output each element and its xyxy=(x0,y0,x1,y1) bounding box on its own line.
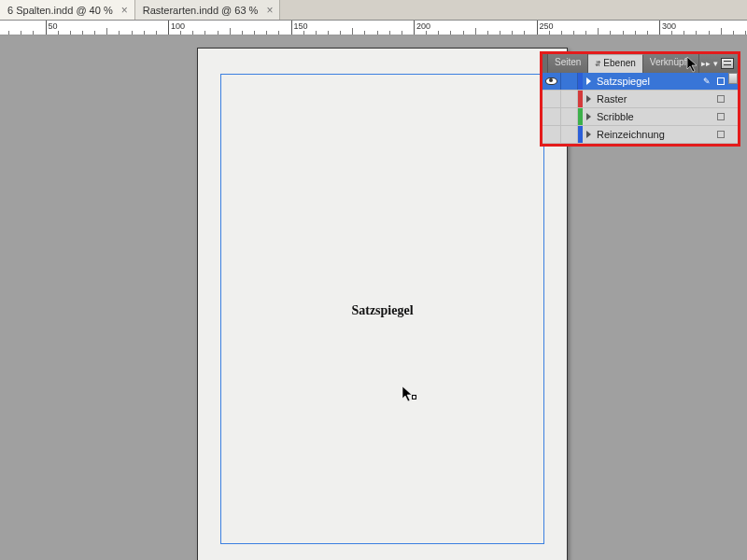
selection-target[interactable] xyxy=(713,95,728,103)
selection-target[interactable] xyxy=(713,77,728,85)
document-tab-label: Rasterarten.indd @ 63 % xyxy=(143,5,259,16)
collapse-icon[interactable]: ▸▸ xyxy=(701,59,711,68)
panel-menu-button[interactable] xyxy=(721,58,734,69)
layer-name-label: Raster xyxy=(594,93,713,105)
close-icon[interactable]: × xyxy=(263,5,275,16)
layer-list: Satzspiegel✎RasterScribbleReinzeichnung xyxy=(543,73,738,144)
lock-toggle[interactable] xyxy=(561,73,578,90)
visibility-toggle[interactable] xyxy=(543,108,561,125)
disclosure-triangle-icon[interactable] xyxy=(583,113,594,120)
selection-target[interactable] xyxy=(713,113,728,120)
eye-icon xyxy=(545,77,557,85)
visibility-toggle[interactable] xyxy=(543,126,561,143)
pen-icon: ✎ xyxy=(700,77,713,86)
document-tab-label: 6 Spalten.indd @ 40 % xyxy=(7,5,113,16)
disclosure-triangle-icon[interactable] xyxy=(583,95,594,103)
layer-row[interactable]: Satzspiegel✎ xyxy=(543,73,738,91)
tab-ebenen-label: Ebenen xyxy=(603,58,635,68)
visibility-toggle[interactable] xyxy=(543,73,561,90)
layer-name-label: Reinzeichnung xyxy=(594,129,713,140)
horizontal-ruler[interactable]: 50100150200250300 xyxy=(0,21,747,35)
lock-toggle[interactable] xyxy=(561,91,578,107)
layer-name-label: Scribble xyxy=(594,111,713,122)
document-page[interactable]: Satzspiegel xyxy=(197,48,568,560)
document-tab[interactable]: 6 Spalten.indd @ 40 % × xyxy=(0,0,135,20)
layer-name-label: Satzspiegel xyxy=(594,76,700,87)
document-tab-bar: 6 Spalten.indd @ 40 % × Rasterarten.indd… xyxy=(0,0,747,21)
chevron-down-icon[interactable]: ▾ xyxy=(713,59,718,68)
tab-verknuepfungen[interactable]: Verknüpfu xyxy=(643,54,699,73)
disclosure-triangle-icon[interactable] xyxy=(583,77,594,85)
scrollbar-thumb[interactable] xyxy=(728,73,738,84)
layer-row[interactable]: Reinzeichnung xyxy=(543,126,738,144)
lock-toggle[interactable] xyxy=(561,126,578,143)
updown-icon: ⇵ xyxy=(595,60,601,68)
tab-ebenen[interactable]: ⇵Ebenen xyxy=(588,54,642,73)
visibility-toggle[interactable] xyxy=(543,91,561,107)
close-icon[interactable]: × xyxy=(119,5,131,16)
layer-row[interactable]: Scribble xyxy=(543,108,738,126)
cursor-icon xyxy=(402,385,415,405)
layer-row[interactable]: Raster xyxy=(543,91,738,108)
selection-target[interactable] xyxy=(713,131,728,138)
tab-seiten[interactable]: Seiten xyxy=(548,54,588,73)
page-body-text: Satzspiegel xyxy=(198,303,567,318)
lock-toggle[interactable] xyxy=(561,108,578,125)
document-tab[interactable]: Rasterarten.indd @ 63 % × xyxy=(135,0,281,20)
layers-panel: Seiten ⇵Ebenen Verknüpfu ▸▸ ▾ Satzspiege… xyxy=(540,51,740,147)
disclosure-triangle-icon[interactable] xyxy=(583,131,594,138)
panel-tab-bar: Seiten ⇵Ebenen Verknüpfu ▸▸ ▾ xyxy=(543,54,738,73)
